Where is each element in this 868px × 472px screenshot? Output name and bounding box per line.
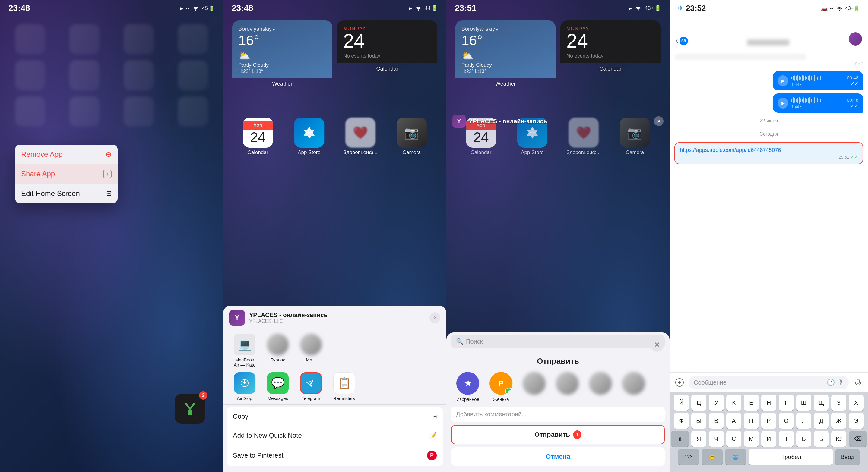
- russian-keyboard[interactable]: Й Ц У К Е Н Г Ш Щ З Х Ф Ы В А П Р О Л Д …: [670, 393, 868, 472]
- weather-cond-p3: Partly Cloudy: [461, 62, 550, 68]
- voice-play-btn-1[interactable]: ▶: [777, 75, 788, 86]
- clock-icon[interactable]: 🕐: [827, 378, 835, 386]
- send-label: Отправить: [534, 431, 570, 439]
- macbook-avatar: 💻: [234, 334, 255, 356]
- app-appstore[interactable]: App Store: [289, 117, 329, 156]
- share-sheet-close-btn[interactable]: ✕: [430, 312, 440, 323]
- share-airdrop[interactable]: AirDrop: [228, 372, 261, 401]
- key-х[interactable]: Х: [849, 395, 864, 410]
- key-б[interactable]: Б: [814, 431, 829, 447]
- share-person-ma[interactable]: Ма...: [294, 334, 328, 367]
- key-л[interactable]: Л: [796, 413, 811, 429]
- send-person-favorites[interactable]: ★ Избранное: [451, 372, 484, 402]
- key-ь[interactable]: Ь: [796, 431, 811, 447]
- mic-icon[interactable]: 🎙: [837, 378, 844, 386]
- send-person-blur1[interactable]: [518, 372, 551, 402]
- tg-back-btn[interactable]: ‹ 68: [676, 36, 688, 45]
- key-т[interactable]: Т: [779, 431, 794, 447]
- chat-messages-area[interactable]: 18:40 ▶: [670, 50, 868, 372]
- attach-button[interactable]: [674, 377, 685, 388]
- health-icon[interactable]: ❤️: [345, 117, 375, 148]
- key-и[interactable]: И: [761, 431, 776, 447]
- key-р[interactable]: Р: [761, 413, 776, 429]
- date-separator-today: Сегодня: [674, 129, 863, 139]
- key-з[interactable]: З: [831, 395, 846, 410]
- key-в[interactable]: В: [709, 413, 724, 429]
- key-я[interactable]: Я: [691, 431, 706, 447]
- shift-key[interactable]: ⇧: [671, 431, 689, 447]
- voice-wave-1: [792, 75, 844, 81]
- calendar-content-p3: MONDAY 24 No events today: [560, 21, 660, 63]
- airdrop-icon: [234, 372, 255, 394]
- send-person-p[interactable]: P ✓ Женька: [484, 372, 518, 402]
- share-action-copy[interactable]: Copy ⎘: [227, 407, 443, 426]
- tg-contact-avatar[interactable]: [849, 32, 862, 45]
- return-key[interactable]: Ввод: [835, 449, 860, 465]
- context-menu[interactable]: Remove App ⊖ Share App ↑ Edit Home Scree…: [15, 145, 118, 203]
- app-calendar[interactable]: MON 24 Calendar: [238, 117, 277, 156]
- key-й[interactable]: Й: [674, 395, 689, 410]
- app-camera[interactable]: 📷 Camera: [392, 117, 431, 156]
- share-person-macbook[interactable]: 💻 MacBookAir — Kate: [228, 334, 261, 367]
- message-input[interactable]: Сообщение 🕐 🎙: [689, 376, 849, 390]
- key-к[interactable]: К: [726, 395, 741, 410]
- health-label: Здоровьеиф...: [343, 149, 378, 156]
- wifi-icon-p2: [414, 5, 422, 11]
- share-reminders[interactable]: 📋 Reminders: [328, 372, 361, 401]
- key-д[interactable]: Д: [814, 413, 829, 429]
- key-н[interactable]: Н: [761, 395, 776, 410]
- key-у[interactable]: У: [709, 395, 724, 410]
- key-с[interactable]: С: [726, 431, 741, 447]
- key-ж[interactable]: Ж: [831, 413, 846, 429]
- key-ч[interactable]: Ч: [709, 431, 724, 447]
- search-placeholder: Поиск: [466, 338, 483, 345]
- key-м[interactable]: М: [744, 431, 759, 447]
- context-edit-homescreen[interactable]: Edit Home Screen ⊞: [15, 184, 118, 203]
- send-person-blur3[interactable]: [584, 372, 617, 402]
- send-button[interactable]: Отправить 1: [451, 425, 665, 444]
- key-ф[interactable]: Ф: [674, 413, 689, 429]
- voice-play-btn-2[interactable]: ▶: [777, 98, 788, 108]
- appstore-link[interactable]: https://apps.apple.com/app/id6448745076: [680, 147, 858, 154]
- key-е[interactable]: Е: [744, 395, 759, 410]
- key-emoji[interactable]: 😊: [702, 449, 723, 465]
- key-ш[interactable]: Ш: [796, 395, 811, 410]
- comment-field[interactable]: Добавить комментарий...: [451, 407, 665, 422]
- key-123[interactable]: 123: [678, 449, 699, 465]
- share-telegram[interactable]: Telegram: [294, 372, 328, 401]
- delete-key[interactable]: ⌫: [849, 431, 867, 447]
- space-key[interactable]: Пробел: [749, 449, 833, 465]
- key-ю[interactable]: Ю: [831, 431, 846, 447]
- key-а[interactable]: А: [726, 413, 741, 429]
- close-mini-btn[interactable]: ✕: [654, 116, 663, 126]
- context-remove-app[interactable]: Remove App ⊖: [15, 145, 118, 164]
- key-о[interactable]: О: [779, 413, 794, 429]
- key-г[interactable]: Г: [779, 395, 794, 410]
- calendar-label: Calendar: [248, 149, 269, 156]
- share-person-burnos[interactable]: Бурнос: [261, 334, 294, 367]
- share-action-quicknote[interactable]: Add to New Quick Note 📝: [227, 426, 443, 445]
- share-sheet-app-info: YPLACES - онлайн-запись YPLACES, LLC: [249, 312, 430, 324]
- key-globe[interactable]: 🌐: [725, 449, 746, 465]
- key-э[interactable]: Э: [849, 413, 864, 429]
- calendar-app-icon[interactable]: MON 24: [243, 117, 273, 148]
- app-health[interactable]: ❤️ Здоровьеиф...: [341, 117, 380, 156]
- yplaces-icon-container[interactable]: 2: [175, 394, 205, 424]
- key-ы[interactable]: Ы: [691, 413, 706, 429]
- key-п[interactable]: П: [744, 413, 759, 429]
- key-ц[interactable]: Ц: [691, 395, 706, 410]
- context-share-app[interactable]: Share App ↑: [15, 164, 118, 184]
- appstore-link-bubble[interactable]: https://apps.apple.com/app/id6448745076 …: [674, 142, 863, 164]
- send-person-blur4[interactable]: [617, 372, 650, 402]
- send-sheet-close[interactable]: ✕: [650, 338, 663, 352]
- send-person-blur2[interactable]: [551, 372, 584, 402]
- share-messages[interactable]: 💬 Messages: [261, 372, 294, 401]
- cal-date-num: 24: [250, 130, 266, 144]
- appstore-icon[interactable]: [294, 117, 324, 148]
- share-action-pinterest[interactable]: Save to Pinterest P: [227, 445, 443, 466]
- send-search[interactable]: 🔍 Поиск: [451, 335, 665, 348]
- camera-icon[interactable]: 📷: [397, 117, 427, 148]
- cancel-button[interactable]: Отмена: [451, 447, 665, 466]
- key-щ[interactable]: Щ: [814, 395, 829, 410]
- voice-record-button[interactable]: [852, 377, 864, 388]
